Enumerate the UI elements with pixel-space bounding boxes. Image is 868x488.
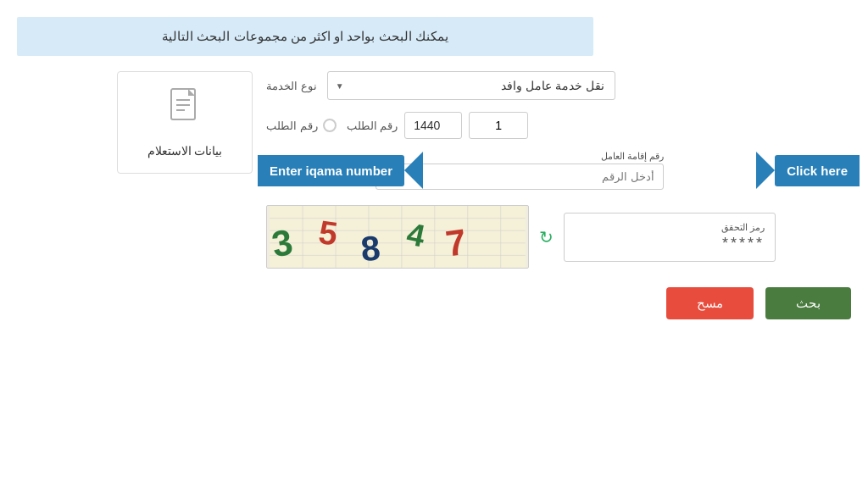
request-number-input[interactable] bbox=[469, 112, 528, 139]
request-number-label: رقم الطلب bbox=[347, 119, 398, 132]
buttons-row: بحث مسح bbox=[266, 287, 851, 319]
captcha-image: 3 5 8 4 7 bbox=[266, 205, 529, 269]
service-type-select[interactable]: نقل خدمة عامل وافد bbox=[327, 71, 615, 100]
clear-button[interactable]: مسح bbox=[666, 287, 754, 319]
request-number-radio[interactable]: رقم الطلب bbox=[266, 119, 337, 132]
enter-iqama-label: Enter iqama number bbox=[270, 164, 392, 178]
captcha-row: رمز التحقق ***** ↻ bbox=[266, 205, 851, 269]
captcha-inner: ↻ bbox=[266, 205, 554, 269]
search-button[interactable]: بحث bbox=[765, 287, 851, 319]
document-icon bbox=[168, 87, 202, 137]
click-here-label: Click here bbox=[787, 164, 848, 178]
arrow-body-right: Click here bbox=[775, 155, 860, 186]
request-number-row: 1440 رقم الطلب رقم الطلب bbox=[266, 112, 851, 139]
svg-rect-19 bbox=[176, 104, 190, 106]
svg-text:8: 8 bbox=[359, 228, 382, 268]
svg-rect-18 bbox=[176, 99, 190, 101]
captcha-dots: ***** bbox=[575, 235, 765, 252]
request-radio-circle bbox=[323, 119, 337, 132]
year-select-wrapper: 1440 bbox=[404, 112, 462, 139]
svg-rect-0 bbox=[270, 206, 526, 268]
service-select-wrapper: نقل خدمة عامل وافد ▼ bbox=[327, 71, 615, 100]
info-bar: يمكنك البحث بواحد او اكثر من مجموعات الب… bbox=[17, 17, 593, 56]
arrow-body-left: Enter iqama number bbox=[258, 155, 404, 186]
form-wrapper: نقل خدمة عامل وافد ▼ نوع الخدمة 1440 رقم… bbox=[266, 71, 851, 319]
main-container: يمكنك البحث بواحد او اكثر من مجموعات الب… bbox=[0, 0, 868, 488]
captcha-svg: 3 5 8 4 7 bbox=[267, 206, 528, 268]
arrow-tip-left bbox=[404, 152, 423, 189]
click-here-arrow: Click here bbox=[756, 152, 860, 189]
svg-rect-20 bbox=[176, 109, 185, 111]
arrow-shape-left: Enter iqama number bbox=[258, 152, 423, 189]
service-type-label: نوع الخدمة bbox=[266, 80, 317, 92]
arrow-tip-right bbox=[756, 152, 775, 189]
captcha-input-group: رمز التحقق ***** bbox=[564, 213, 776, 262]
info-text: يمكنك البحث بواحد او اكثر من مجموعات الب… bbox=[162, 29, 448, 43]
captcha-label: رمز التحقق bbox=[575, 222, 765, 233]
sidebar-card[interactable]: بيانات الاستعلام bbox=[117, 71, 253, 174]
arrow-shape-right: Click here bbox=[756, 152, 860, 189]
year-select[interactable]: 1440 bbox=[404, 112, 462, 139]
request-number-group: 1440 رقم الطلب bbox=[347, 112, 529, 139]
service-row: نقل خدمة عامل وافد ▼ نوع الخدمة bbox=[266, 71, 851, 100]
iqama-section: Enter iqama number Click here ر bbox=[266, 151, 851, 190]
sidebar-card-label: بيانات الاستعلام bbox=[147, 144, 223, 158]
enter-iqama-arrow: Enter iqama number bbox=[258, 152, 423, 189]
request-radio-label: رقم الطلب bbox=[266, 119, 318, 132]
refresh-icon[interactable]: ↻ bbox=[539, 227, 554, 247]
content-area: نقل خدمة عامل وافد ▼ نوع الخدمة 1440 رقم… bbox=[17, 71, 851, 319]
